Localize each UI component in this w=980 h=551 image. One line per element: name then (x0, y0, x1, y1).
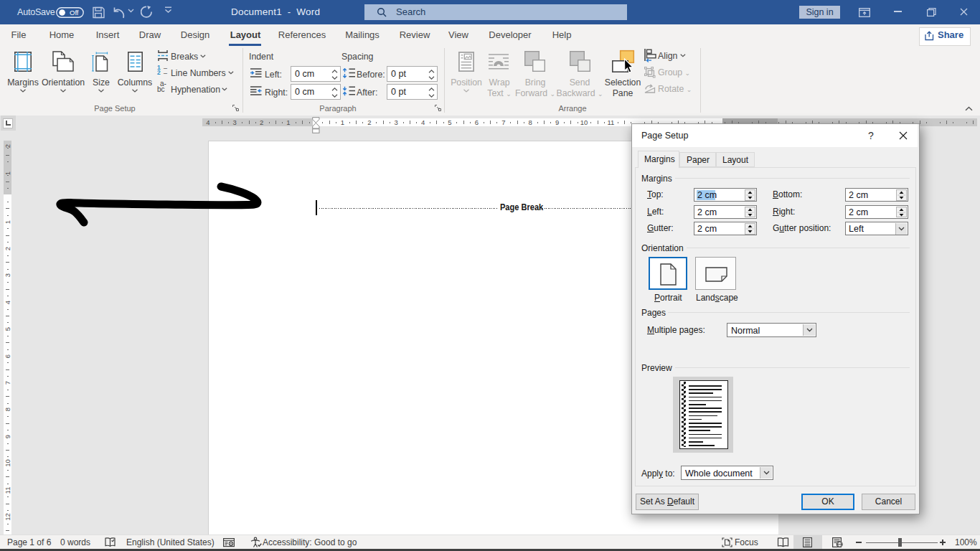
svg-text:Off: Off (70, 9, 79, 17)
